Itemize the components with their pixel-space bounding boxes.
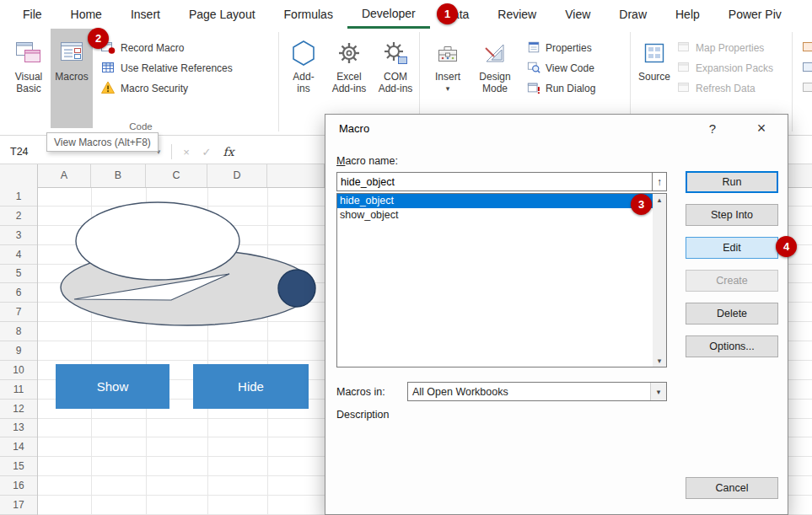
column-header-a[interactable]: A [38, 164, 91, 187]
scroll-down-icon[interactable]: ▾ [658, 357, 662, 365]
row-header[interactable]: 12 [0, 400, 37, 419]
view-code-label: View Code [546, 62, 594, 74]
macro-security-button[interactable]: Macro Security [98, 79, 191, 98]
macros-icon [58, 35, 85, 71]
cancel-button[interactable]: Cancel [686, 477, 778, 499]
tab-help[interactable]: Help [661, 0, 714, 29]
delete-button[interactable]: Delete [686, 303, 778, 325]
visual-basic-button[interactable]: Visual Basic [7, 32, 51, 113]
clipped-icon [802, 61, 812, 77]
list-scrollbar[interactable]: ▴ ▾ [653, 194, 666, 367]
gear-plus-window-icon [383, 35, 408, 71]
map-properties-label: Map Properties [696, 42, 764, 54]
chevron-down-icon[interactable]: ▾ [650, 383, 666, 400]
design-mode-label-1: Design [479, 71, 510, 83]
row-header[interactable]: 13 [0, 419, 37, 438]
macro-name-input[interactable] [336, 172, 653, 191]
row-header[interactable]: 16 [0, 476, 37, 496]
callout-2: 2 [88, 28, 109, 49]
tab-draw[interactable]: Draw [605, 0, 661, 29]
clipped-ribbon-button[interactable] [799, 39, 812, 57]
add-ins-label-1: Add- [293, 71, 314, 83]
insert-function-icon[interactable]: fx [217, 145, 240, 158]
step-into-button[interactable]: Step Into [686, 204, 778, 226]
design-mode-button[interactable]: Design Mode [472, 32, 518, 113]
row-header[interactable]: 3 [0, 226, 37, 245]
cancel-entry-icon: × [176, 146, 196, 158]
insert-controls-button[interactable]: Insert ▾ [427, 32, 469, 113]
tab-power-pivot[interactable]: Power Piv [714, 0, 796, 29]
tab-developer[interactable]: Developer [347, 0, 430, 29]
row-header[interactable]: 10 [0, 361, 37, 380]
row-header[interactable]: 7 [0, 303, 37, 322]
list-item-show-object[interactable]: show_object [337, 208, 653, 223]
row-header[interactable]: 14 [0, 437, 37, 457]
macro-security-label: Macro Security [121, 83, 188, 94]
refresh-data-label: Refresh Data [696, 83, 756, 94]
com-add-ins-label-1: COM [384, 71, 407, 83]
divider [171, 144, 172, 159]
com-add-ins-label-2: Add-ins [379, 83, 413, 94]
tab-formulas[interactable]: Formulas [270, 0, 347, 29]
row-header[interactable]: 2 [0, 207, 37, 226]
tab-home[interactable]: Home [56, 0, 116, 29]
hide-shape-button[interactable]: Hide [193, 364, 309, 409]
scroll-to-top-button[interactable]: ↑ [652, 172, 667, 191]
run-dialog-label: Run Dialog [546, 83, 595, 94]
help-icon[interactable]: ? [698, 115, 727, 142]
close-icon[interactable]: × [747, 115, 776, 142]
clipped-ribbon-button[interactable] [799, 59, 812, 78]
tab-view[interactable]: View [551, 0, 605, 29]
design-mode-label-2: Mode [482, 83, 508, 94]
tab-file[interactable]: File [8, 0, 56, 29]
add-ins-button[interactable]: Add- ins [283, 32, 324, 113]
macro-list: hide_object show_object ▴ ▾ [336, 193, 667, 367]
source-button[interactable]: Source [634, 32, 675, 113]
row-header[interactable]: 4 [0, 245, 37, 265]
options-button[interactable]: Options... [686, 335, 778, 357]
tab-page-layout[interactable]: Page Layout [175, 0, 270, 29]
com-add-ins-button[interactable]: COM Add-ins [374, 32, 417, 113]
warning-triangle-icon [100, 80, 116, 98]
refresh-data-button: Refresh Data [675, 79, 758, 98]
select-all-corner[interactable] [0, 164, 38, 187]
gear-icon [336, 35, 362, 71]
row-header[interactable]: 9 [0, 341, 37, 361]
run-button[interactable]: Run [686, 171, 778, 193]
row-header[interactable]: 6 [0, 283, 37, 303]
list-item-hide-object[interactable]: hide_object [337, 194, 653, 208]
magnifier-code-icon [527, 61, 540, 77]
excel-add-ins-button[interactable]: Excel Add-ins [327, 32, 371, 113]
use-relative-references-button[interactable]: Use Relative References [98, 59, 235, 78]
properties-label: Properties [546, 42, 592, 54]
row-header[interactable]: 5 [0, 265, 37, 284]
tab-insert[interactable]: Insert [116, 0, 175, 29]
column-header-d[interactable]: D [207, 164, 267, 187]
record-macro-button[interactable]: Record Macro [98, 39, 186, 57]
mouse-back-ellipse[interactable] [76, 202, 239, 280]
tab-review[interactable]: Review [483, 0, 551, 29]
row-header[interactable]: 15 [0, 457, 37, 476]
dialog-title: Macro [339, 122, 369, 135]
row-header[interactable]: 8 [0, 322, 37, 341]
column-header-b[interactable]: B [91, 164, 146, 187]
column-header-c[interactable]: C [146, 164, 207, 187]
scroll-up-icon[interactable]: ▴ [658, 196, 662, 204]
row-header[interactable]: 17 [0, 496, 37, 515]
record-macro-label: Record Macro [121, 42, 184, 54]
mouse-nose-circle[interactable] [278, 270, 315, 307]
macros-button[interactable]: Macros [51, 29, 93, 128]
column-header-e[interactable] [267, 164, 325, 187]
row-header[interactable]: 1 [0, 187, 37, 207]
run-dialog-button[interactable]: Run Dialog [524, 79, 598, 98]
view-code-button[interactable]: View Code [524, 59, 597, 78]
row-header[interactable]: 11 [0, 380, 37, 400]
properties-button[interactable]: Properties [524, 39, 594, 57]
edit-button[interactable]: Edit [686, 237, 778, 259]
macros-in-dropdown[interactable]: All Open Workbooks ▾ [407, 382, 667, 401]
clipped-ribbon-button[interactable] [799, 79, 812, 98]
use-relative-references-label: Use Relative References [121, 62, 233, 74]
expansion-packs-button: Expansion Packs [675, 59, 776, 78]
mouse-shape-drawing[interactable] [51, 198, 320, 333]
show-shape-button[interactable]: Show [56, 364, 169, 409]
